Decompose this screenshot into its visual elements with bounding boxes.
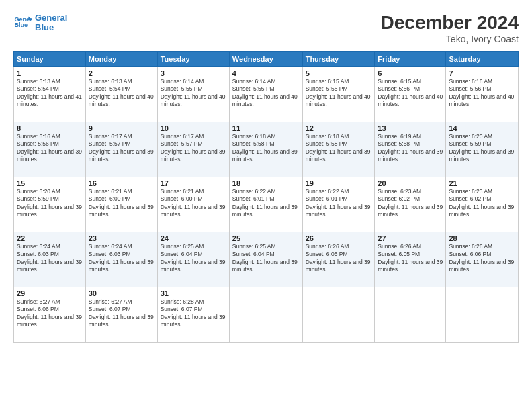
table-row: 21 Sunrise: 6:23 AMSunset: 6:02 PMDaylig… [446, 177, 519, 232]
calendar-header-row: Sunday Monday Tuesday Wednesday Thursday… [14, 52, 519, 67]
day-number: 29 [17, 289, 83, 298]
table-row: 3 Sunrise: 6:14 AMSunset: 5:55 PMDayligh… [157, 67, 229, 122]
calendar-week-row: 8 Sunrise: 6:16 AMSunset: 5:56 PMDayligh… [14, 122, 519, 177]
day-detail: Sunrise: 6:17 AMSunset: 5:57 PMDaylight:… [89, 133, 154, 164]
col-tuesday: Tuesday [157, 52, 229, 67]
logo-icon: General Blue [13, 13, 32, 32]
calendar-week-row: 1 Sunrise: 6:13 AMSunset: 5:54 PMDayligh… [14, 67, 519, 122]
day-number: 27 [378, 234, 443, 242]
col-wednesday: Wednesday [229, 52, 302, 67]
subtitle: Teko, Ivory Coast [381, 34, 519, 44]
day-number: 14 [449, 124, 515, 132]
table-row: 11 Sunrise: 6:18 AMSunset: 5:58 PMDaylig… [229, 122, 302, 177]
day-detail: Sunrise: 6:15 AMSunset: 5:55 PMDaylight:… [306, 78, 372, 109]
day-detail: Sunrise: 6:21 AMSunset: 6:00 PMDaylight:… [89, 188, 154, 219]
table-row [446, 287, 519, 342]
day-detail: Sunrise: 6:26 AMSunset: 6:06 PMDaylight:… [449, 243, 515, 274]
day-number: 26 [306, 234, 372, 242]
day-number: 15 [17, 179, 83, 187]
day-detail: Sunrise: 6:23 AMSunset: 6:02 PMDaylight:… [449, 188, 515, 219]
day-detail: Sunrise: 6:21 AMSunset: 6:00 PMDaylight:… [161, 188, 226, 219]
day-number: 31 [161, 289, 226, 298]
table-row: 2 Sunrise: 6:13 AMSunset: 5:54 PMDayligh… [85, 67, 157, 122]
day-detail: Sunrise: 6:25 AMSunset: 6:04 PMDaylight:… [232, 243, 300, 274]
table-row: 4 Sunrise: 6:14 AMSunset: 5:55 PMDayligh… [229, 67, 302, 122]
table-row: 7 Sunrise: 6:16 AMSunset: 5:56 PMDayligh… [446, 67, 519, 122]
col-friday: Friday [375, 52, 446, 67]
day-number: 18 [232, 179, 300, 187]
table-row: 25 Sunrise: 6:25 AMSunset: 6:04 PMDaylig… [229, 232, 302, 287]
table-row: 24 Sunrise: 6:25 AMSunset: 6:04 PMDaylig… [157, 232, 229, 287]
day-number: 4 [232, 69, 300, 77]
main-title: December 2024 [381, 12, 519, 34]
day-detail: Sunrise: 6:20 AMSunset: 5:59 PMDaylight:… [17, 188, 83, 219]
table-row: 29 Sunrise: 6:27 AMSunset: 6:06 PMDaylig… [14, 287, 86, 342]
day-number: 22 [17, 234, 83, 242]
day-number: 19 [306, 179, 372, 187]
table-row: 12 Sunrise: 6:18 AMSunset: 5:58 PMDaylig… [302, 122, 375, 177]
table-row: 23 Sunrise: 6:24 AMSunset: 6:03 PMDaylig… [85, 232, 157, 287]
table-row: 6 Sunrise: 6:15 AMSunset: 5:56 PMDayligh… [375, 67, 446, 122]
table-row: 9 Sunrise: 6:17 AMSunset: 5:57 PMDayligh… [85, 122, 157, 177]
day-detail: Sunrise: 6:19 AMSunset: 5:58 PMDaylight:… [378, 133, 443, 164]
table-row [375, 287, 446, 342]
day-detail: Sunrise: 6:24 AMSunset: 6:03 PMDaylight:… [89, 243, 154, 274]
svg-text:Blue: Blue [14, 21, 28, 28]
day-detail: Sunrise: 6:26 AMSunset: 6:05 PMDaylight:… [378, 243, 443, 274]
day-detail: Sunrise: 6:22 AMSunset: 6:01 PMDaylight:… [306, 188, 372, 219]
col-thursday: Thursday [302, 52, 375, 67]
day-detail: Sunrise: 6:16 AMSunset: 5:56 PMDaylight:… [449, 78, 515, 109]
day-number: 7 [449, 69, 515, 77]
table-row: 14 Sunrise: 6:20 AMSunset: 5:59 PMDaylig… [446, 122, 519, 177]
table-row: 18 Sunrise: 6:22 AMSunset: 6:01 PMDaylig… [229, 177, 302, 232]
day-detail: Sunrise: 6:20 AMSunset: 5:59 PMDaylight:… [449, 133, 515, 164]
logo-line1: General [35, 13, 67, 23]
calendar-week-row: 15 Sunrise: 6:20 AMSunset: 5:59 PMDaylig… [14, 177, 519, 232]
table-row: 28 Sunrise: 6:26 AMSunset: 6:06 PMDaylig… [446, 232, 519, 287]
day-detail: Sunrise: 6:18 AMSunset: 5:58 PMDaylight:… [306, 133, 372, 164]
calendar-table: Sunday Monday Tuesday Wednesday Thursday… [13, 51, 519, 342]
day-detail: Sunrise: 6:23 AMSunset: 6:02 PMDaylight:… [378, 188, 443, 219]
day-detail: Sunrise: 6:17 AMSunset: 5:57 PMDaylight:… [161, 133, 226, 164]
table-row: 22 Sunrise: 6:24 AMSunset: 6:03 PMDaylig… [14, 232, 86, 287]
day-detail: Sunrise: 6:27 AMSunset: 6:06 PMDaylight:… [17, 298, 83, 329]
day-detail: Sunrise: 6:27 AMSunset: 6:07 PMDaylight:… [89, 298, 154, 329]
day-detail: Sunrise: 6:25 AMSunset: 6:04 PMDaylight:… [161, 243, 226, 274]
day-detail: Sunrise: 6:22 AMSunset: 6:01 PMDaylight:… [232, 188, 300, 219]
table-row: 20 Sunrise: 6:23 AMSunset: 6:02 PMDaylig… [375, 177, 446, 232]
day-number: 6 [378, 69, 443, 77]
table-row: 30 Sunrise: 6:27 AMSunset: 6:07 PMDaylig… [85, 287, 157, 342]
calendar-week-row: 22 Sunrise: 6:24 AMSunset: 6:03 PMDaylig… [14, 232, 519, 287]
col-sunday: Sunday [14, 52, 86, 67]
day-number: 16 [89, 179, 154, 187]
table-row [229, 287, 302, 342]
table-row: 8 Sunrise: 6:16 AMSunset: 5:56 PMDayligh… [14, 122, 86, 177]
day-number: 8 [17, 124, 83, 132]
table-row: 27 Sunrise: 6:26 AMSunset: 6:05 PMDaylig… [375, 232, 446, 287]
table-row: 16 Sunrise: 6:21 AMSunset: 6:00 PMDaylig… [85, 177, 157, 232]
day-number: 23 [89, 234, 154, 242]
day-detail: Sunrise: 6:13 AMSunset: 5:54 PMDaylight:… [17, 78, 83, 109]
day-detail: Sunrise: 6:14 AMSunset: 5:55 PMDaylight:… [232, 78, 300, 109]
table-row [302, 287, 375, 342]
day-detail: Sunrise: 6:13 AMSunset: 5:54 PMDaylight:… [89, 78, 154, 109]
table-row: 13 Sunrise: 6:19 AMSunset: 5:58 PMDaylig… [375, 122, 446, 177]
table-row: 10 Sunrise: 6:17 AMSunset: 5:57 PMDaylig… [157, 122, 229, 177]
day-number: 11 [232, 124, 300, 132]
day-detail: Sunrise: 6:16 AMSunset: 5:56 PMDaylight:… [17, 133, 83, 164]
day-number: 5 [306, 69, 372, 77]
table-row: 26 Sunrise: 6:26 AMSunset: 6:05 PMDaylig… [302, 232, 375, 287]
day-number: 2 [89, 69, 154, 77]
day-number: 21 [449, 179, 515, 187]
table-row: 17 Sunrise: 6:21 AMSunset: 6:00 PMDaylig… [157, 177, 229, 232]
page: General Blue General Blue December 2024 … [0, 0, 532, 411]
header: General Blue General Blue December 2024 … [13, 12, 519, 44]
day-detail: Sunrise: 6:26 AMSunset: 6:05 PMDaylight:… [306, 243, 372, 274]
day-number: 10 [161, 124, 226, 132]
day-number: 17 [161, 179, 226, 187]
day-number: 13 [378, 124, 443, 132]
calendar-week-row: 29 Sunrise: 6:27 AMSunset: 6:06 PMDaylig… [14, 287, 519, 342]
logo-line2: Blue [35, 23, 67, 32]
day-number: 24 [161, 234, 226, 242]
day-number: 1 [17, 69, 83, 77]
